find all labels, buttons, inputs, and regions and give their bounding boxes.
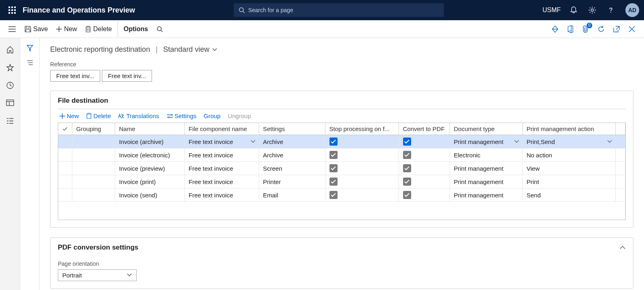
delete-button[interactable]: Delete [81,21,116,37]
cell-doctype[interactable]: Print management [450,162,522,175]
column-grouping[interactable]: Grouping [72,123,115,135]
search-input[interactable]: Search for a page [234,3,444,17]
svg-line-10 [243,11,245,13]
row-selector[interactable] [58,175,72,188]
office-icon[interactable] [566,24,575,34]
reference-chip[interactable]: Free text inv... [102,70,152,82]
refresh-icon[interactable] [596,24,606,34]
star-icon[interactable] [6,63,15,72]
row-selector[interactable] [58,162,72,175]
cell-name[interactable]: Invoice (send) [115,188,184,202]
cell-stop[interactable] [325,175,399,188]
popout-icon[interactable] [612,24,621,34]
row-selector[interactable] [58,135,72,148]
cell-settings[interactable]: Printer [259,175,325,188]
cell-component[interactable]: Free text invoice [184,135,259,148]
column-settings[interactable]: Settings [259,123,325,135]
gear-icon[interactable] [587,4,598,16]
cell-name[interactable]: Invoice (electronic) [115,148,184,162]
cell-grouping[interactable] [72,135,115,148]
grid-new-button[interactable]: New [59,112,79,119]
dataverse-icon[interactable] [550,24,560,34]
table-row[interactable]: Invoice (archive)Free text invoiceArchiv… [58,135,625,148]
options-tab[interactable]: Options [118,21,152,37]
cell-pdf[interactable] [399,148,450,162]
recent-icon[interactable] [6,81,15,90]
row-selector[interactable] [58,148,72,162]
filter-icon[interactable] [25,44,34,53]
hamburger-icon[interactable] [4,26,20,32]
cell-action[interactable]: Print,Send [522,135,616,148]
reference-chip[interactable]: Free text inv... [50,70,100,82]
cell-doctype[interactable]: Electronic [450,148,522,162]
pdf-settings-header[interactable]: PDF conversion settings [51,238,633,256]
column-pdf[interactable]: Convert to PDF [399,123,450,135]
action-search-icon[interactable] [152,21,167,37]
cell-component[interactable]: Free text invoice [184,148,259,162]
cell-settings[interactable]: Screen [259,162,325,175]
avatar[interactable]: AD [625,3,639,17]
cell-doctype[interactable]: Print management [450,188,522,202]
grid-settings-button[interactable]: Settings [167,112,196,119]
cell-name[interactable]: Invoice (archive) [115,135,184,148]
cell-pdf[interactable] [399,162,450,175]
grid-delete-button[interactable]: Delete [86,112,111,119]
cell-grouping[interactable] [72,148,115,162]
cell-grouping[interactable] [72,175,115,188]
cell-action[interactable]: View [522,162,616,175]
cell-settings[interactable]: Archive [259,148,325,162]
cell-pdf[interactable] [399,175,450,188]
save-button[interactable]: Save [20,21,52,37]
app-launcher-icon[interactable] [5,6,19,14]
cell-name[interactable]: Invoice (preview) [115,162,184,175]
cell-doctype[interactable]: Print management [450,175,522,188]
cell-grouping[interactable] [72,188,115,202]
cell-stop[interactable] [325,148,399,162]
cell-component[interactable]: Free text invoice [184,175,259,188]
cell-settings[interactable]: Archive [259,135,325,148]
cell-action[interactable]: Print [522,175,616,188]
cell-action[interactable]: No action [522,148,616,162]
workspace-icon[interactable] [6,99,15,108]
column-stop[interactable]: Stop processing on f... [325,123,399,135]
plus-icon [59,113,65,119]
cell-pdf[interactable] [399,188,450,202]
row-selector[interactable] [58,188,72,202]
table-row[interactable]: Invoice (print)Free text invoicePrinterP… [58,175,625,188]
cell-component[interactable]: Free text invoice [184,162,259,175]
cell-stop[interactable] [325,188,399,202]
table-row[interactable]: Invoice (send)Free text invoiceEmailPrin… [58,188,625,202]
page-orientation-dropdown[interactable]: Portrait [58,269,137,281]
cell-component[interactable]: Free text invoice [184,188,259,202]
file-destination-header[interactable]: File destination [51,91,633,109]
cell-action[interactable]: Send [522,188,616,202]
view-selector[interactable]: Standard view [163,45,217,54]
cell-doctype[interactable]: Print management [450,135,522,148]
home-icon[interactable] [6,45,15,54]
cell-name[interactable]: Invoice (print) [115,175,184,188]
column-doctype[interactable]: Document type [450,123,522,135]
cell-stop[interactable] [325,162,399,175]
column-action[interactable]: Print management action [522,123,616,135]
select-all-header[interactable] [58,123,72,135]
modules-icon[interactable] [6,116,15,125]
cell-grouping[interactable] [72,162,115,175]
new-button[interactable]: New [52,21,81,37]
cell-pdf[interactable] [399,135,450,148]
grid-group-button[interactable]: Group [204,112,221,119]
cell-stop[interactable] [325,135,399,148]
related-icon[interactable] [25,58,34,67]
org-label[interactable]: USMF [543,6,561,14]
close-icon[interactable] [627,24,637,34]
column-name[interactable]: Name [115,123,184,135]
chevron-up-icon[interactable] [619,246,626,250]
attach-badge: 0 [587,23,592,28]
table-row[interactable]: Invoice (electronic)Free text invoiceArc… [58,148,625,162]
grid-translations-button[interactable]: Translations [118,112,159,119]
cell-settings[interactable]: Email [259,188,325,202]
bell-icon[interactable] [568,4,579,16]
column-component[interactable]: File component name [184,123,259,135]
attach-icon[interactable]: 0 [581,24,591,34]
table-row[interactable]: Invoice (preview)Free text invoiceScreen… [58,162,625,175]
help-icon[interactable] [605,4,617,16]
